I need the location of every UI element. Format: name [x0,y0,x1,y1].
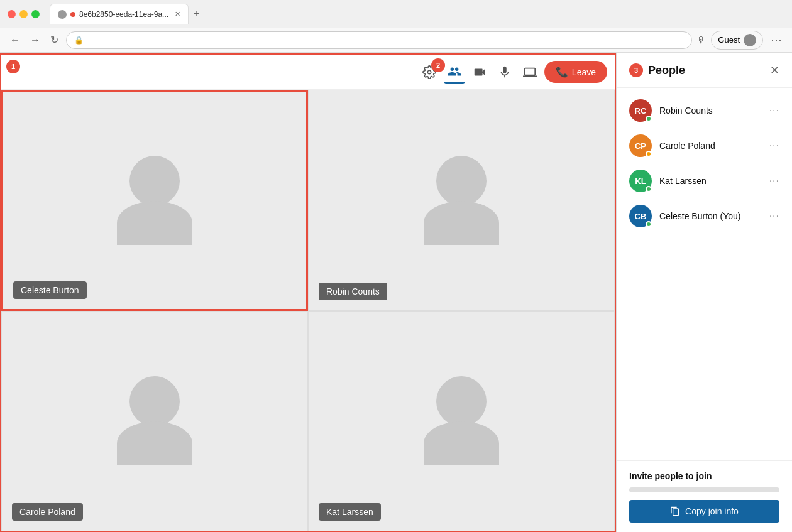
step3-badge: 3 [629,63,643,77]
tab-favicon-icon [58,10,67,19]
panel-title-container: 3 People [629,63,685,77]
avatar-carole [117,376,192,465]
browser-tab[interactable]: 8e6b2850-eeda-11ea-9a... ✕ [50,4,189,24]
more-options-button[interactable]: ··· [769,105,779,116]
person-name: Robin Counts [659,106,762,116]
avatar-head [129,156,180,206]
guest-button[interactable]: Guest [711,31,763,50]
address-bar: ← → ↻ 🔒 🎙 Guest ⋯ [0,28,792,53]
traffic-lights [8,10,40,18]
video-cell-carole[interactable]: Carole Poland [1,311,308,532]
tab-indicator-dot [70,12,75,17]
step2-badge: 2 [431,58,445,72]
invite-label: Invite people to join [629,471,779,481]
minimize-window-button[interactable] [19,10,28,18]
guest-label: Guest [718,35,740,45]
panel-header: 3 People ✕ [617,53,792,88]
browser-more-button[interactable]: ⋯ [768,32,784,48]
leave-button[interactable]: 📞 Leave [544,61,607,83]
share-screen-button[interactable] [519,62,541,83]
avatar-celeste [117,156,192,245]
camera-button[interactable] [469,62,490,83]
lock-icon: 🔒 [74,36,84,45]
avatar: CB [629,205,652,227]
browser-chrome: 8e6b2850-eeda-11ea-9a... ✕ + ← → ↻ 🔒 🎙 G… [0,0,792,53]
person-name: Carole Poland [659,141,762,151]
avatar-head [129,376,180,426]
more-options-button[interactable]: ··· [769,175,779,187]
meeting-main: 1 2 [0,53,616,532]
video-cell-kat[interactable]: Kat Larssen [308,311,615,532]
more-options-button[interactable]: ··· [769,210,779,222]
panel-close-button[interactable]: ✕ [770,63,779,77]
avatar: RC [629,99,652,122]
people-panel: 3 People ✕ RC Robin Counts ··· CP [616,53,792,532]
meeting-container: 1 2 [0,53,792,532]
more-options-button[interactable]: ··· [769,140,779,151]
name-tag-robin: Robin Counts [319,283,387,300]
avatar-body [424,421,499,465]
status-dot [646,186,652,192]
url-bar[interactable]: 🔒 [66,31,692,49]
people-button[interactable] [444,61,465,84]
avatar-body [117,201,192,245]
avatar: CP [629,134,652,157]
svg-point-0 [427,70,431,74]
avatar-robin [424,156,499,245]
list-item[interactable]: KL Kat Larssen ··· [617,163,792,198]
panel-title: People [648,64,685,77]
forward-button[interactable]: → [28,33,43,47]
status-dot [646,116,652,122]
panel-bottom: Invite people to join Copy join info [617,460,792,532]
person-name: Celeste Burton (You) [659,211,762,221]
name-tag-celeste: Celeste Burton [13,281,87,299]
avatar-kat [424,376,499,465]
video-cell-celeste[interactable]: Celeste Burton [1,90,308,311]
title-bar: 8e6b2850-eeda-11ea-9a... ✕ + [0,0,792,28]
back-button[interactable]: ← [8,33,23,47]
copy-btn-label: Copy join info [685,506,739,516]
name-tag-kat: Kat Larssen [319,503,381,521]
tab-close-button[interactable]: ✕ [175,10,180,18]
close-window-button[interactable] [8,10,16,18]
list-item[interactable]: CP Carole Poland ··· [617,128,792,163]
video-grid: Celeste Burton Robin Counts Carole Polan… [1,90,615,531]
person-name: Kat Larssen [659,176,762,186]
guest-avatar [744,34,756,46]
panel-participant-list: RC Robin Counts ··· CP Carole Poland ···… [617,88,792,460]
avatar-head [436,156,487,206]
avatar-body [117,421,192,465]
status-dot [646,151,652,157]
avatar: KL [629,170,652,192]
microphone-icon[interactable]: 🎙 [697,35,706,45]
step1-badge: 1 [6,60,20,73]
tab-title: 8e6b2850-eeda-11ea-9a... [79,10,168,19]
invite-input[interactable] [629,487,779,492]
copy-join-info-button[interactable]: Copy join info [629,500,779,523]
refresh-button[interactable]: ↻ [48,33,61,47]
status-dot [646,221,652,227]
video-cell-robin[interactable]: Robin Counts [308,90,615,311]
mute-button[interactable] [494,62,515,83]
avatar-body [424,201,499,245]
list-item[interactable]: RC Robin Counts ··· [617,93,792,128]
toolbar-section: 2 📞 Leave [419,61,607,84]
tab-bar: 8e6b2850-eeda-11ea-9a... ✕ + [50,4,204,24]
maximize-window-button[interactable] [31,10,40,18]
name-tag-carole: Carole Poland [12,503,83,521]
meeting-toolbar: 2 📞 Leave [1,55,615,90]
leave-label: Leave [572,67,596,77]
list-item[interactable]: CB Celeste Burton (You) ··· [617,198,792,234]
avatar-head [436,376,487,426]
new-tab-button[interactable]: + [189,6,204,22]
